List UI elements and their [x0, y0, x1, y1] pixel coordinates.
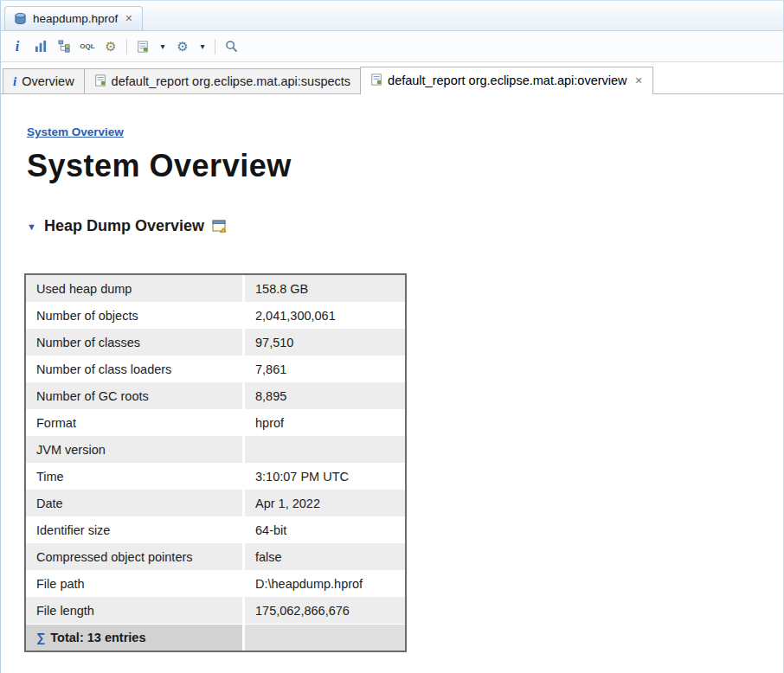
search-icon[interactable]	[223, 39, 239, 54]
table-row: Number of objects 2,041,300,061	[26, 302, 405, 329]
row-value: D:\heapdump.hprof	[242, 570, 405, 597]
editor-tab-heapdump[interactable]: heapdump.hprof ✕	[4, 6, 143, 30]
table-row: JVM version	[26, 436, 405, 463]
tab-label: default_report org.eclipse.mat.api:overv…	[388, 74, 627, 87]
collapse-arrow-icon[interactable]: ▼	[27, 221, 36, 232]
report-tab-bar: i Overview default_report org.eclipse.ma…	[1, 62, 783, 94]
toolbar-separator	[215, 39, 215, 54]
row-label: Format	[26, 409, 242, 436]
overview-table-body: Used heap dump 158.8 GB Number of object…	[26, 275, 405, 624]
heap-dump-overview-table: Used heap dump 158.8 GB Number of object…	[24, 273, 407, 652]
table-row: Identifier size 64-bit	[26, 516, 405, 543]
table-row: File path D:\heapdump.hprof	[26, 570, 405, 597]
table-row: Format hprof	[26, 409, 405, 436]
row-value: Apr 1, 2022	[242, 490, 405, 516]
table-row: Number of GC roots 8,895	[26, 382, 405, 409]
table-row: Time 3:10:07 PM UTC	[26, 463, 405, 490]
heap-dump-icon	[12, 11, 28, 27]
row-value: 7,861	[242, 356, 405, 382]
total-label: Total: 13 entries	[50, 631, 145, 644]
row-label: Time	[26, 463, 242, 490]
row-value: 64-bit	[242, 516, 405, 543]
table-row: Compressed object pointers false	[26, 543, 405, 570]
table-row: Number of classes 97,510	[26, 329, 405, 356]
report-icon	[94, 74, 106, 89]
total-label-cell: ∑Total: 13 entries	[26, 624, 242, 651]
row-label: Used heap dump	[26, 275, 242, 302]
row-value: 3:10:07 PM UTC	[242, 463, 405, 490]
mat-window: heapdump.hprof ✕ i OQL ⚙	[1, 1, 783, 652]
oql-icon[interactable]: OQL	[80, 39, 95, 54]
table-total-row: ∑Total: 13 entries	[26, 624, 405, 651]
close-icon[interactable]: ✕	[635, 75, 643, 87]
table-row: Used heap dump 158.8 GB	[26, 275, 405, 302]
table-row: Date Apr 1, 2022	[26, 490, 405, 516]
inspector-icon[interactable]: i	[10, 39, 25, 54]
row-value: 158.8 GB	[242, 275, 405, 302]
row-value: 97,510	[242, 329, 405, 356]
tab-label: Overview	[22, 74, 74, 88]
report-icon	[370, 74, 382, 88]
row-value	[242, 436, 405, 463]
row-label: File path	[26, 570, 242, 597]
row-label: Date	[26, 490, 242, 516]
dominator-tree-icon[interactable]	[56, 39, 72, 54]
row-value: 175,062,866,676	[242, 597, 405, 624]
heap-dump-overview-section: ▼ Heap Dump Overview	[27, 217, 783, 235]
row-value: 8,895	[242, 382, 405, 409]
table-row: File length 175,062,866,676	[26, 597, 405, 624]
run-report-icon[interactable]	[135, 39, 151, 54]
row-value: 2,041,300,061	[242, 302, 405, 329]
query-dropdown-icon[interactable]: ▾	[198, 39, 207, 54]
section-title: Heap Dump Overview	[44, 217, 204, 235]
row-label: Compressed object pointers	[26, 543, 242, 570]
histogram-icon[interactable]	[33, 39, 48, 54]
row-label: JVM version	[26, 436, 242, 463]
row-label: Number of GC roots	[26, 382, 242, 409]
toolbar: i OQL ⚙	[1, 31, 783, 62]
info-icon: i	[13, 74, 16, 89]
tab-suspects-report[interactable]: default_report org.eclipse.mat.api:suspe…	[84, 68, 361, 93]
system-overview-link[interactable]: System Overview	[27, 125, 124, 138]
tab-label: default_report org.eclipse.mat.api:suspe…	[112, 74, 350, 88]
row-label: File length	[26, 597, 242, 624]
editor-tab-label: heapdump.hprof	[33, 12, 118, 25]
row-label: Number of objects	[26, 302, 242, 329]
page-title: System Overview	[27, 148, 783, 184]
total-value-cell	[242, 624, 405, 651]
table-row: Number of class loaders 7,861	[26, 356, 405, 382]
row-label: Number of classes	[26, 329, 242, 356]
acquire-dump-gear-icon[interactable]: ⚙	[103, 39, 119, 54]
report-dropdown-icon[interactable]: ▾	[158, 39, 167, 54]
query-browser-icon[interactable]: ⚙	[175, 39, 190, 54]
tab-overview-report[interactable]: default_report org.eclipse.mat.api:overv…	[360, 67, 653, 93]
open-in-table-icon[interactable]	[212, 220, 227, 233]
close-icon[interactable]: ✕	[125, 13, 132, 24]
editor-tab-bar: heapdump.hprof ✕	[1, 1, 783, 31]
row-label: Number of class loaders	[26, 356, 242, 382]
row-value: false	[242, 543, 405, 570]
report-content: System Overview System Overview ▼ Heap D…	[1, 94, 783, 652]
row-label: Identifier size	[26, 516, 242, 543]
tab-overview[interactable]: i Overview	[3, 68, 85, 93]
sigma-icon: ∑	[36, 631, 45, 644]
row-value: hprof	[242, 409, 405, 436]
toolbar-separator	[126, 39, 127, 54]
